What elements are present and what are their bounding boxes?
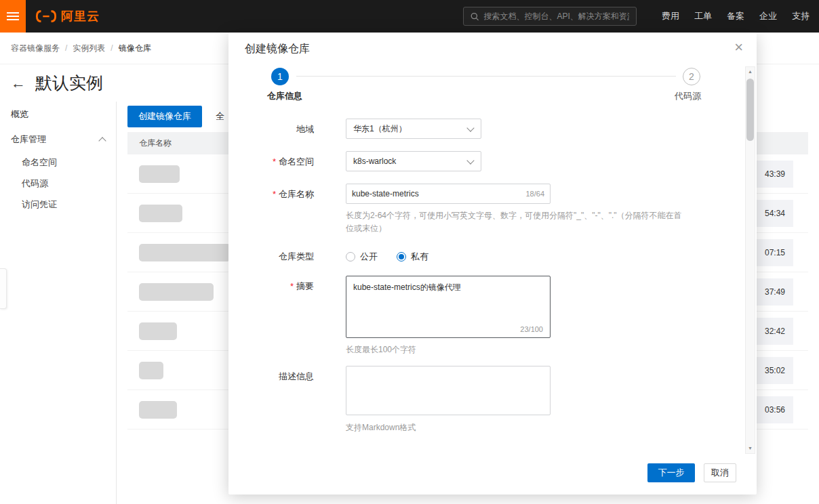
required-star: * <box>273 189 276 199</box>
modal-title: 创建镜像仓库 <box>245 41 310 57</box>
summary-label: *摘要 <box>245 276 314 297</box>
step-1-circle: 1 <box>271 68 289 85</box>
summary-field: kube-state-metrics的镜像代理 23/100 <box>346 276 551 338</box>
region-select[interactable]: 华东1（杭州） <box>346 119 481 139</box>
required-star: * <box>273 156 276 167</box>
created-time: 43:39 <box>765 161 785 188</box>
next-step-button[interactable]: 下一步 <box>647 463 695 482</box>
description-label: 描述信息 <box>245 366 314 387</box>
chevron-down-icon <box>466 124 474 131</box>
breadcrumb-separator: / <box>111 43 113 53</box>
sidebar-item-namespaces[interactable]: 命名空间 <box>0 152 116 173</box>
summary-counter: 23/100 <box>520 325 543 333</box>
description-textarea[interactable] <box>346 366 550 415</box>
scroll-up-icon[interactable]: ▲ <box>746 67 755 77</box>
aliyun-logo-mark <box>35 9 57 23</box>
screen: 阿里云 搜索文档、控制台、API、解决方案和资源 费用 工单 备案 企业 支持 … <box>0 0 819 504</box>
sidebar-item-access-credentials[interactable]: 访问凭证 <box>0 194 116 215</box>
sidebar-group-label: 仓库管理 <box>11 134 46 144</box>
hamburger-menu-button[interactable] <box>0 0 26 33</box>
search-placeholder: 搜索文档、控制台、API、解决方案和资源 <box>483 11 629 22</box>
sidebar: 概览 仓库管理 镜像仓库 命名空间 代码源 访问凭证 <box>0 102 117 504</box>
chevron-down-icon <box>466 156 474 164</box>
global-search-input[interactable]: 搜索文档、控制台、API、解决方案和资源 <box>463 7 637 26</box>
close-icon[interactable]: × <box>734 39 743 56</box>
created-time: 03:56 <box>765 396 785 423</box>
redacted-repo-name <box>139 401 177 419</box>
redacted-repo-name <box>139 205 182 222</box>
breadcrumb-item-current: 镜像仓库 <box>119 43 151 54</box>
repo-name-label: *仓库名称 <box>245 184 314 205</box>
topmenu-icp[interactable]: 备案 <box>727 10 744 22</box>
create-repo-modal: 创建镜像仓库 × 1 2 仓库信息 代码源 地域 华东1（杭州） *命名空间 k… <box>228 33 757 495</box>
step-2-label: 代码源 <box>675 89 701 103</box>
label-text: 仓库名称 <box>279 189 314 199</box>
sidebar-item-label: 代码源 <box>22 178 48 188</box>
redacted-repo-name <box>139 244 231 261</box>
breadcrumb-item-service[interactable]: 容器镜像服务 <box>11 43 60 54</box>
created-time: 37:49 <box>765 278 785 306</box>
label-text: 命名空间 <box>279 156 314 167</box>
label-text: 地域 <box>296 124 314 134</box>
repo-name-input[interactable] <box>346 189 525 198</box>
topbar: 阿里云 搜索文档、控制台、API、解决方案和资源 费用 工单 备案 企业 支持 … <box>0 0 819 33</box>
column-header-repo-name: 仓库名称 <box>139 138 172 148</box>
topmenu-billing[interactable]: 费用 <box>662 10 679 22</box>
radio-private[interactable] <box>397 252 406 261</box>
chevron-up-icon <box>98 137 106 144</box>
description-field <box>346 366 551 415</box>
namespace-label: *命名空间 <box>245 151 314 173</box>
create-repo-button[interactable]: 创建镜像仓库 <box>127 106 202 127</box>
sidebar-collapse-handle[interactable] <box>0 268 7 309</box>
topmenu-support[interactable]: 支持 <box>792 10 810 22</box>
page-title: 默认实例 <box>35 72 103 94</box>
created-time: 35:02 <box>765 357 785 384</box>
required-star: * <box>290 281 294 291</box>
created-time: 07:15 <box>765 239 785 266</box>
repo-name-field: 18/64 <box>346 184 551 204</box>
step-connector <box>296 76 676 77</box>
repo-name-counter: 18/64 <box>525 190 550 198</box>
hamburger-icon <box>7 10 19 22</box>
filter-dropdown-partial[interactable]: 全 <box>216 110 224 123</box>
sidebar-item-label: 概览 <box>11 109 28 119</box>
summary-help: 长度最长100个字符 <box>346 343 682 356</box>
redacted-repo-name <box>139 283 214 301</box>
label-text: 仓库类型 <box>279 251 314 261</box>
repo-name-help: 长度为2-64个字符，可使用小写英文字母、数字，可使用分隔符"_"、"-"、".… <box>346 209 682 235</box>
repo-type-options: 公开 私有 <box>346 250 447 264</box>
namespace-select[interactable]: k8s-warlock <box>346 151 481 171</box>
label-text: 摘要 <box>296 281 314 291</box>
brand-name: 阿里云 <box>61 8 100 24</box>
description-help: 支持Markdown格式 <box>346 421 682 434</box>
radio-public-label[interactable]: 公开 <box>360 251 378 263</box>
aliyun-logo[interactable]: 阿里云 <box>35 0 100 33</box>
namespace-selected-value: k8s-warlock <box>353 156 396 166</box>
cancel-button[interactable]: 取消 <box>704 463 736 482</box>
breadcrumb-item-instances[interactable]: 实例列表 <box>73 43 105 54</box>
sidebar-item-overview[interactable]: 概览 <box>0 102 116 127</box>
step-1-label: 仓库信息 <box>267 89 302 103</box>
sidebar-group-repo-management[interactable]: 仓库管理 <box>0 127 116 152</box>
region-selected-value: 华东1（杭州） <box>353 124 407 133</box>
topmenu-tickets[interactable]: 工单 <box>694 10 712 22</box>
scroll-down-icon[interactable]: ▼ <box>746 444 755 453</box>
created-time: 32:42 <box>765 318 785 345</box>
sidebar-item-label: 命名空间 <box>22 157 57 167</box>
topmenu-enterprise[interactable]: 企业 <box>759 10 777 22</box>
sidebar-item-label: 访问凭证 <box>22 199 57 209</box>
back-arrow-icon[interactable]: ← <box>11 75 26 92</box>
scrollbar-thumb[interactable] <box>746 79 754 141</box>
redacted-repo-name <box>139 362 163 379</box>
created-time: 54:34 <box>765 200 785 227</box>
step-2-circle: 2 <box>683 68 700 85</box>
region-label: 地域 <box>245 119 314 140</box>
search-icon <box>471 12 479 21</box>
summary-textarea[interactable]: kube-state-metrics的镜像代理 <box>346 276 550 337</box>
radio-private-label[interactable]: 私有 <box>411 251 428 263</box>
radio-public[interactable] <box>346 252 355 261</box>
modal-scrollbar[interactable]: ▲ ▼ <box>745 66 755 454</box>
sidebar-item-code-source[interactable]: 代码源 <box>0 173 116 194</box>
repo-type-label: 仓库类型 <box>245 250 314 264</box>
label-text: 描述信息 <box>279 371 314 381</box>
